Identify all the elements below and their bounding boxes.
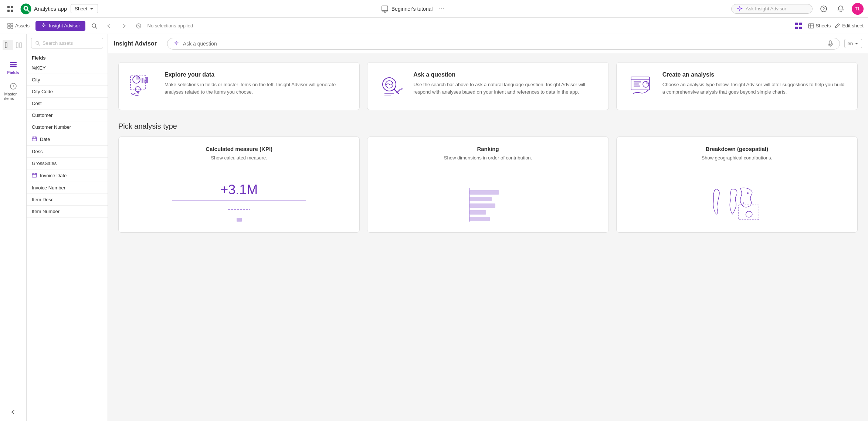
- svg-rect-65: [634, 83, 639, 85]
- fields-list: %KEY City City Code Cost Customer Custom…: [27, 62, 108, 421]
- more-options-icon[interactable]: ···: [435, 3, 447, 15]
- ai-sparkle-icon: [737, 6, 743, 12]
- field-item-customer-number[interactable]: Customer Number: [27, 121, 108, 133]
- svg-point-36: [13, 86, 14, 87]
- sheet-dropdown[interactable]: Sheet: [71, 4, 98, 13]
- field-item-invoice-date[interactable]: Invoice Date: [27, 169, 108, 182]
- insight-advisor-button[interactable]: Insight Advisor: [35, 21, 85, 31]
- field-item-date[interactable]: Date: [27, 133, 108, 146]
- sheets-button[interactable]: Sheets: [808, 23, 831, 29]
- svg-rect-43: [32, 173, 37, 177]
- sidebar-item-master-items[interactable]: Master items: [2, 79, 24, 104]
- ranking-title: Ranking: [477, 146, 499, 152]
- analysis-section-title: Pick analysis type: [118, 122, 858, 131]
- panel-toggle-group: [3, 40, 24, 50]
- field-item-invoice-number[interactable]: Invoice Number: [27, 182, 108, 194]
- svg-rect-16: [8, 26, 10, 28]
- edit-sheet-label: Edit sheet: [842, 23, 864, 28]
- field-item-number-label: Item Number: [32, 209, 60, 214]
- grid-menu-icon[interactable]: [4, 3, 16, 15]
- assets-label: Assets: [15, 23, 30, 28]
- assets-button[interactable]: Assets: [4, 21, 33, 30]
- svg-point-37: [36, 41, 39, 44]
- search-assets-container[interactable]: Search assets: [31, 38, 103, 48]
- svg-point-10: [384, 11, 385, 12]
- ask-question-icon: [376, 71, 406, 101]
- main-layout: Fields Master items Search assets Fields: [0, 34, 868, 421]
- analysis-card-ranking[interactable]: Ranking Show dimensions in order of cont…: [367, 137, 608, 233]
- sheets-grid-icon[interactable]: [793, 20, 804, 32]
- qlik-logo[interactable]: Analytics app: [20, 3, 67, 15]
- field-item-desc[interactable]: Desc: [27, 146, 108, 158]
- ia-question-input[interactable]: [183, 41, 823, 47]
- field-cost-label: Cost: [32, 101, 42, 106]
- fields-icon: [9, 61, 17, 69]
- svg-rect-2: [7, 10, 10, 12]
- field-item-customer[interactable]: Customer: [27, 110, 108, 121]
- svg-rect-31: [20, 43, 21, 48]
- field-item-city-code[interactable]: City Code: [27, 86, 108, 98]
- svg-rect-64: [634, 81, 641, 82]
- back-icon[interactable]: [103, 20, 115, 32]
- svg-rect-33: [10, 64, 17, 65]
- kpi-title: Calculated measure (KPI): [206, 146, 272, 152]
- field-invoice-date-label: Invoice Date: [40, 173, 67, 178]
- field-item-item-desc[interactable]: Item Desc: [27, 194, 108, 206]
- svg-rect-22: [795, 23, 798, 25]
- field-city-code-label: City Code: [32, 89, 53, 94]
- sidebar-item-fields[interactable]: Fields: [2, 58, 24, 78]
- clear-selections-icon[interactable]: [133, 20, 145, 32]
- fields-section-label: Fields: [27, 52, 108, 62]
- fields-icon-label: Fields: [7, 70, 19, 75]
- svg-point-53: [135, 87, 140, 92]
- field-customer-label: Customer: [32, 112, 52, 118]
- toolbar-left: Assets Insight Advisor No selections app…: [4, 20, 790, 32]
- svg-rect-76: [469, 217, 490, 221]
- field-item-item-number[interactable]: Item Number: [27, 206, 108, 218]
- field-desc-label: Desc: [32, 149, 43, 154]
- ai-search-bar[interactable]: Ask Insight Advisor: [731, 4, 813, 14]
- microphone-icon[interactable]: [827, 40, 834, 47]
- svg-rect-23: [799, 23, 802, 25]
- search-toolbar-icon[interactable]: [88, 20, 100, 32]
- svg-text:?: ?: [823, 7, 825, 11]
- svg-rect-39: [32, 137, 37, 141]
- collapse-sidebar-button[interactable]: [6, 404, 21, 421]
- panel-split-icon[interactable]: [14, 40, 24, 50]
- panel-expand-icon[interactable]: [3, 40, 13, 50]
- geo-title: Breakdown (geospatial): [706, 146, 768, 152]
- toolbar-right: Sheets Edit sheet: [793, 20, 864, 32]
- ia-ask-bar[interactable]: [167, 38, 840, 50]
- svg-rect-14: [8, 23, 10, 26]
- lang-chevron-icon: [854, 41, 859, 46]
- field-item-key[interactable]: %KEY: [27, 62, 108, 74]
- analysis-card-geo[interactable]: Breakdown (geospatial) Show geographical…: [616, 137, 858, 233]
- svg-rect-51: [144, 80, 146, 83]
- no-selections-text: No selections applied: [148, 23, 193, 28]
- language-selector[interactable]: en: [844, 39, 862, 48]
- edit-sheet-button[interactable]: Edit sheet: [834, 23, 864, 29]
- center-title: Beginner's tutorial: [391, 6, 433, 12]
- field-item-cost[interactable]: Cost: [27, 98, 108, 110]
- analysis-card-kpi[interactable]: Calculated measure (KPI) Show calculated…: [118, 137, 360, 233]
- master-items-icon: [9, 82, 17, 90]
- svg-rect-30: [16, 43, 18, 48]
- kpi-description: Show calculated measure.: [211, 155, 267, 161]
- kpi-underline-dashes: [228, 206, 250, 213]
- top-nav: Analytics app Sheet Beginner's tutorial …: [0, 0, 868, 18]
- kpi-bottom-bar: [234, 216, 245, 223]
- fields-panel: Search assets Fields %KEY City City Code…: [27, 34, 108, 421]
- field-item-city[interactable]: City: [27, 74, 108, 86]
- notifications-icon[interactable]: [835, 3, 847, 15]
- ranking-visual: [466, 186, 510, 223]
- create-analysis-card[interactable]: Create an analysis Choose an analysis ty…: [616, 62, 858, 110]
- svg-rect-17: [11, 26, 13, 28]
- help-icon[interactable]: ?: [818, 3, 830, 15]
- explore-data-card[interactable]: Explore your data Make selections in fie…: [118, 62, 360, 110]
- user-avatar[interactable]: TL: [852, 3, 864, 15]
- forward-icon[interactable]: [118, 20, 130, 32]
- create-analysis-icon: [625, 71, 655, 101]
- field-city-label: City: [32, 77, 40, 82]
- ask-question-card[interactable]: Ask a question Use the search bar above …: [367, 62, 608, 110]
- field-item-gross-sales[interactable]: GrossSales: [27, 158, 108, 169]
